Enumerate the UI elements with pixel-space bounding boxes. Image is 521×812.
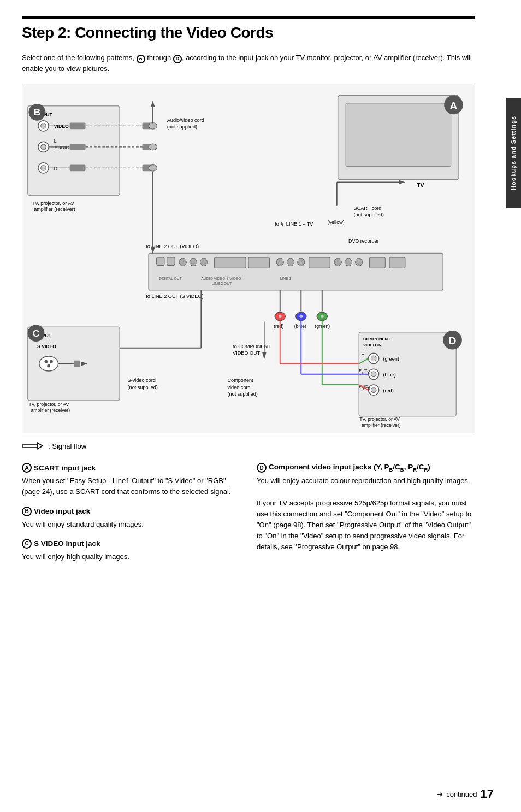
section-a: A SCART input jack When you set "Easy Se…: [22, 463, 240, 497]
svg-text:(red): (red): [274, 323, 283, 329]
signal-flow-note: : Signal flow: [22, 441, 475, 451]
section-c-title: C S VIDEO input jack: [22, 539, 240, 549]
svg-text:amplifier (receiver): amplifier (receiver): [34, 207, 75, 213]
section-a-body: When you set "Easy Setup - Line1 Output"…: [22, 475, 240, 497]
svg-point-78: [321, 315, 324, 318]
badge-d-small: D: [257, 463, 267, 473]
svg-point-14: [41, 166, 46, 171]
section-c-label: S VIDEO input jack: [34, 539, 100, 548]
svg-rect-49: [157, 257, 164, 265]
section-d-body: You will enjoy accurate colour reproduct…: [257, 475, 475, 552]
svg-point-61: [345, 258, 352, 266]
svg-text:TV, projector, or AV: TV, projector, or AV: [359, 416, 400, 422]
svg-text:S-video cord: S-video cord: [128, 378, 156, 384]
svg-text:(not supplied): (not supplied): [167, 124, 197, 130]
svg-text:LINE 2 OUT: LINE 2 OUT: [212, 281, 232, 285]
left-sections: A SCART input jack When you set "Easy Se…: [22, 463, 240, 571]
svg-point-72: [279, 315, 282, 318]
svg-text:(not supplied): (not supplied): [128, 385, 158, 390]
svg-point-123: [44, 360, 48, 363]
svg-text:(blue): (blue): [294, 323, 306, 329]
svg-text:TV: TV: [417, 182, 424, 189]
svg-point-124: [50, 360, 53, 363]
svg-rect-12: [70, 144, 86, 150]
svg-rect-36: [346, 103, 451, 167]
svg-text:(green): (green): [383, 356, 399, 362]
section-d: D Component video input jacks (Y, PB/CB,…: [257, 463, 475, 552]
svg-rect-59: [309, 257, 330, 268]
right-sections: D Component video input jacks (Y, PB/CB,…: [257, 463, 475, 571]
badge-a-small: A: [22, 463, 32, 473]
svg-text:Audio/video cord: Audio/video cord: [167, 117, 204, 123]
section-c: C S VIDEO input jack You will enjoy high…: [22, 539, 240, 562]
svg-text:(yellow): (yellow): [327, 220, 344, 226]
svg-point-52: [190, 258, 197, 266]
svg-text:amplifier (receiver): amplifier (receiver): [31, 408, 70, 413]
svg-text:C: C: [33, 328, 40, 339]
svg-point-60: [334, 258, 341, 266]
svg-point-111: [371, 387, 376, 393]
svg-text:—AUDIO: —AUDIO: [50, 145, 69, 150]
svg-rect-54: [214, 257, 246, 268]
svg-rect-64: [389, 257, 405, 268]
svg-point-122: [39, 356, 58, 371]
svg-text:DVD recorder: DVD recorder: [348, 238, 379, 244]
svg-text:VIDEO IN: VIDEO IN: [363, 343, 382, 348]
diagram-svg: INPUT VIDEO L —AUDIO R TV, projector, or…: [22, 84, 475, 433]
svg-text:DIGITAL OUT: DIGITAL OUT: [159, 276, 181, 280]
svg-point-125: [47, 364, 50, 368]
svg-text:COMPONENT: COMPONENT: [363, 337, 390, 342]
svg-point-62: [355, 258, 362, 266]
svg-text:D: D: [449, 335, 457, 346]
svg-point-75: [299, 315, 303, 318]
svg-point-106: [371, 372, 376, 377]
svg-text:VIDEO OUT: VIDEO OUT: [233, 350, 260, 356]
svg-rect-17: [70, 165, 86, 172]
bottom-sections: A SCART input jack When you set "Easy Se…: [22, 463, 475, 571]
section-b-body: You will enjoy standard quality images.: [22, 519, 240, 530]
page-number: 17: [481, 787, 494, 801]
svg-point-53: [200, 258, 207, 266]
svg-marker-140: [37, 443, 43, 449]
section-c-body: You will enjoy high quality images.: [22, 551, 240, 562]
section-a-label: SCART input jack: [34, 464, 96, 472]
badge-c-small: C: [22, 539, 32, 549]
section-a-title: A SCART input jack: [22, 463, 240, 473]
svg-point-58: [298, 258, 305, 266]
svg-marker-34: [151, 101, 155, 107]
svg-text:R: R: [54, 166, 57, 172]
section-d-title: D Component video input jacks (Y, PB/CB,…: [257, 463, 475, 473]
signal-flow-label: : Signal flow: [48, 442, 86, 450]
svg-text:Y: Y: [362, 352, 364, 357]
diagram-area: INPUT VIDEO L —AUDIO R TV, projector, or…: [22, 84, 475, 433]
svg-text:Component: Component: [227, 378, 253, 384]
svg-rect-139: [23, 444, 37, 448]
svg-rect-63: [369, 257, 385, 268]
svg-text:to ↳ LINE 1 – TV: to ↳ LINE 1 – TV: [275, 222, 313, 227]
svg-text:(red): (red): [383, 388, 393, 393]
svg-text:SCART cord: SCART cord: [354, 206, 382, 211]
svg-rect-55: [248, 257, 270, 268]
section-d-label: Component video input jacks (Y, PB/CB, P…: [269, 463, 430, 473]
svg-text:B: B: [34, 107, 41, 117]
svg-rect-6: [70, 123, 86, 130]
svg-text:video cord: video cord: [227, 385, 250, 390]
side-tab: Hookups and Settings: [506, 98, 521, 208]
page-header: Step 2: Connecting the Video Cords: [22, 16, 475, 42]
svg-text:LINE 1: LINE 1: [280, 276, 292, 280]
svg-text:(not supplied): (not supplied): [354, 212, 384, 217]
svg-text:to COMPONENT: to COMPONENT: [233, 344, 271, 349]
signal-flow-icon: [22, 441, 44, 451]
svg-text:(not supplied): (not supplied): [227, 392, 257, 397]
svg-point-8: [41, 144, 46, 150]
svg-text:VIDEO: VIDEO: [54, 123, 69, 129]
svg-text:TV, projector, or AV: TV, projector, or AV: [32, 201, 75, 206]
svg-text:A: A: [450, 100, 458, 111]
svg-rect-50: [167, 257, 175, 265]
svg-point-57: [287, 258, 294, 266]
svg-text:S VIDEO: S VIDEO: [37, 344, 56, 349]
svg-point-101: [371, 356, 376, 361]
svg-text:(blue): (blue): [383, 372, 395, 378]
svg-text:L: L: [54, 138, 57, 144]
svg-point-51: [179, 258, 186, 266]
